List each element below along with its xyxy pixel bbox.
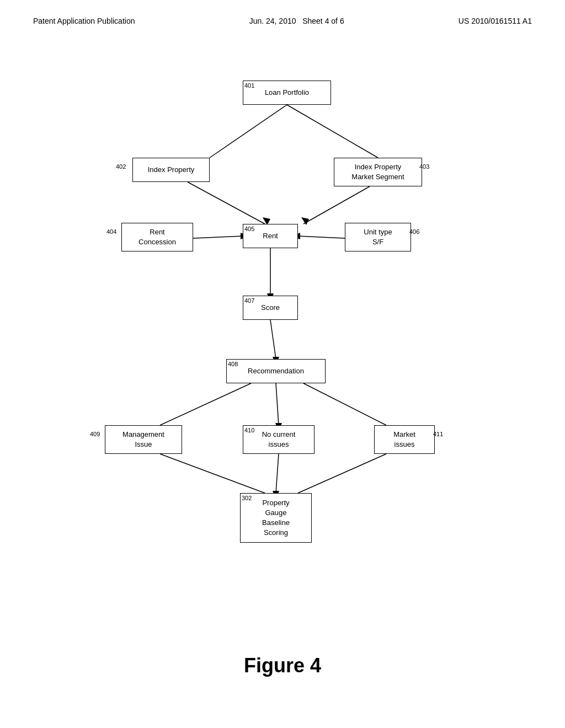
header-left: Patent Application Publication (33, 17, 135, 25)
node-402-label: Index Property (148, 165, 195, 175)
svg-line-18 (160, 454, 265, 493)
node-411: Market issues (374, 425, 435, 454)
node-407-id: 407 (244, 297, 254, 304)
svg-line-2 (188, 182, 265, 224)
svg-line-0 (210, 105, 287, 158)
header-sheet: Sheet 4 of 6 (302, 17, 344, 25)
header-date: Jun. 24, 2010 (249, 17, 296, 25)
svg-line-14 (160, 383, 251, 425)
node-403: Index Property Market Segment (334, 158, 422, 186)
node-405-id: 405 (244, 226, 254, 232)
node-407-label: Score (261, 303, 280, 313)
node-408: Recommendation (226, 359, 326, 383)
node-409-id: 409 (90, 431, 100, 437)
svg-line-1 (287, 105, 378, 158)
node-406-id: 406 (409, 228, 419, 235)
node-403-label: Index Property Market Segment (351, 162, 404, 182)
node-410-id: 410 (244, 427, 254, 433)
node-401: Loan Portfolio (243, 81, 331, 105)
node-409: Management Issue (105, 425, 182, 454)
svg-line-8 (298, 236, 345, 238)
svg-line-17 (303, 383, 386, 425)
svg-marker-5 (301, 217, 309, 225)
node-411-id: 411 (433, 431, 443, 437)
node-402: Index Property (132, 158, 210, 182)
node-404-id: 404 (106, 228, 116, 235)
node-403-id: 403 (419, 163, 429, 170)
svg-line-19 (276, 454, 279, 493)
node-406-label: Unit type S/F (364, 227, 392, 247)
figure-caption: Figure 4 (33, 654, 532, 677)
header-right: US 2010/0161511 A1 (459, 17, 532, 25)
node-401-label: Loan Portfolio (265, 88, 309, 98)
page: Patent Application Publication Jun. 24, … (0, 0, 565, 728)
node-404: Rent Concession (121, 223, 193, 251)
node-408-label: Recommendation (248, 366, 304, 376)
header: Patent Application Publication Jun. 24, … (33, 17, 532, 25)
node-302-label: Property Gauge Baseline Scoring (262, 498, 290, 538)
connector-lines (33, 47, 532, 643)
node-411-label: Market issues (393, 430, 415, 449)
diagram-area: Loan Portfolio 401 Index Property 402 In… (33, 47, 532, 643)
node-401-id: 401 (244, 82, 254, 89)
node-302-id: 302 (242, 495, 252, 501)
node-406: Unit type S/F (345, 223, 411, 251)
node-409-label: Management Issue (122, 430, 164, 449)
node-404-label: Rent Concession (138, 227, 176, 247)
svg-line-6 (193, 236, 243, 238)
svg-line-15 (276, 383, 279, 425)
node-405-label: Rent (263, 231, 278, 241)
node-402-id: 402 (116, 163, 126, 170)
node-408-id: 408 (228, 361, 238, 367)
svg-line-4 (303, 186, 370, 224)
node-410-label: No current issues (262, 430, 296, 449)
svg-line-12 (270, 320, 276, 359)
svg-line-21 (298, 454, 386, 493)
header-center: Jun. 24, 2010 Sheet 4 of 6 (249, 17, 344, 25)
